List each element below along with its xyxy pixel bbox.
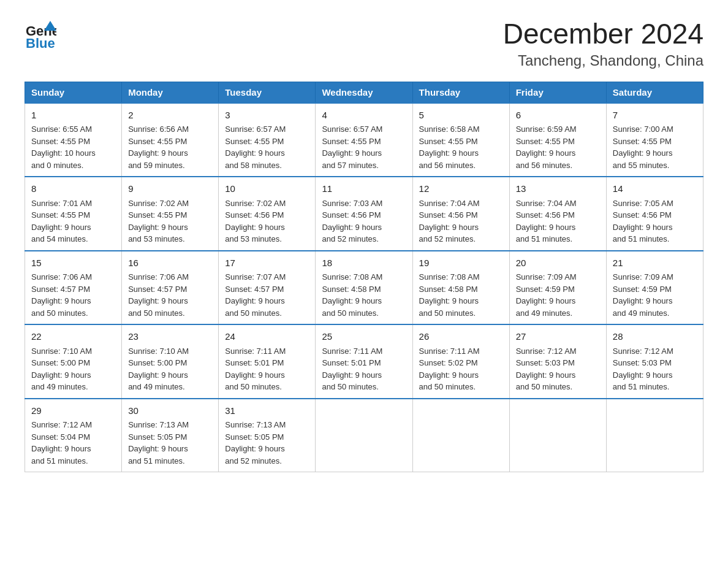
day-number: 3 xyxy=(225,109,309,123)
calendar-cell: 29Sunrise: 7:12 AMSunset: 5:04 PMDayligh… xyxy=(25,399,122,472)
calendar-cell: 12Sunrise: 7:04 AMSunset: 4:56 PMDayligh… xyxy=(412,177,509,251)
day-info: Sunrise: 7:12 AMSunset: 5:03 PMDaylight:… xyxy=(516,345,600,393)
calendar-cell: 18Sunrise: 7:08 AMSunset: 4:58 PMDayligh… xyxy=(316,251,412,325)
day-info: Sunrise: 7:12 AMSunset: 5:03 PMDaylight:… xyxy=(613,345,697,393)
day-info: Sunrise: 6:57 AMSunset: 4:55 PMDaylight:… xyxy=(322,123,406,171)
day-info: Sunrise: 7:03 AMSunset: 4:56 PMDaylight:… xyxy=(322,197,406,245)
day-number: 28 xyxy=(613,330,697,344)
calendar-cell: 14Sunrise: 7:05 AMSunset: 4:56 PMDayligh… xyxy=(606,177,703,251)
logo: General Blue xyxy=(25,18,56,50)
day-number: 22 xyxy=(31,330,115,344)
calendar-subtitle: Tancheng, Shandong, China xyxy=(503,52,703,69)
day-number: 4 xyxy=(322,109,406,123)
day-number: 15 xyxy=(31,256,115,270)
day-number: 5 xyxy=(419,109,503,123)
day-number: 13 xyxy=(516,182,600,196)
day-number: 16 xyxy=(128,256,212,270)
calendar-cell: 5Sunrise: 6:58 AMSunset: 4:55 PMDaylight… xyxy=(412,103,509,177)
day-number: 26 xyxy=(419,330,503,344)
day-number: 10 xyxy=(225,182,309,196)
calendar-week-4: 22Sunrise: 7:10 AMSunset: 5:00 PMDayligh… xyxy=(25,324,703,399)
day-number: 25 xyxy=(322,330,406,344)
day-info: Sunrise: 7:10 AMSunset: 5:00 PMDaylight:… xyxy=(31,345,115,393)
day-number: 21 xyxy=(613,256,697,270)
column-header-monday: Monday xyxy=(122,82,219,103)
day-info: Sunrise: 7:10 AMSunset: 5:00 PMDaylight:… xyxy=(128,345,212,393)
column-header-friday: Friday xyxy=(509,82,606,103)
day-info: Sunrise: 6:59 AMSunset: 4:55 PMDaylight:… xyxy=(516,123,600,171)
calendar-cell: 8Sunrise: 7:01 AMSunset: 4:55 PMDaylight… xyxy=(25,177,122,251)
calendar-cell: 23Sunrise: 7:10 AMSunset: 5:00 PMDayligh… xyxy=(122,324,219,399)
calendar-table: SundayMondayTuesdayWednesdayThursdayFrid… xyxy=(25,82,703,473)
day-info: Sunrise: 7:04 AMSunset: 4:56 PMDaylight:… xyxy=(516,197,600,245)
calendar-cell: 26Sunrise: 7:11 AMSunset: 5:02 PMDayligh… xyxy=(412,324,509,399)
day-number: 7 xyxy=(613,109,697,123)
day-info: Sunrise: 7:06 AMSunset: 4:57 PMDaylight:… xyxy=(128,271,212,319)
day-info: Sunrise: 7:02 AMSunset: 4:56 PMDaylight:… xyxy=(225,197,309,245)
day-info: Sunrise: 7:00 AMSunset: 4:55 PMDaylight:… xyxy=(613,123,697,171)
title-block: December 2024 Tancheng, Shandong, China xyxy=(503,18,703,69)
day-number: 29 xyxy=(31,404,115,418)
calendar-cell: 31Sunrise: 7:13 AMSunset: 5:05 PMDayligh… xyxy=(219,399,316,472)
day-info: Sunrise: 7:13 AMSunset: 5:05 PMDaylight:… xyxy=(225,419,309,467)
day-info: Sunrise: 7:05 AMSunset: 4:56 PMDaylight:… xyxy=(613,197,697,245)
day-info: Sunrise: 6:55 AMSunset: 4:55 PMDaylight:… xyxy=(31,123,115,171)
day-info: Sunrise: 7:13 AMSunset: 5:05 PMDaylight:… xyxy=(128,419,212,467)
calendar-cell xyxy=(316,399,412,472)
calendar-cell xyxy=(509,399,606,472)
calendar-week-5: 29Sunrise: 7:12 AMSunset: 5:04 PMDayligh… xyxy=(25,399,703,472)
day-info: Sunrise: 6:56 AMSunset: 4:55 PMDaylight:… xyxy=(128,123,212,171)
calendar-header-row: SundayMondayTuesdayWednesdayThursdayFrid… xyxy=(25,82,703,103)
calendar-cell: 11Sunrise: 7:03 AMSunset: 4:56 PMDayligh… xyxy=(316,177,412,251)
day-info: Sunrise: 7:08 AMSunset: 4:58 PMDaylight:… xyxy=(419,271,503,319)
calendar-cell: 17Sunrise: 7:07 AMSunset: 4:57 PMDayligh… xyxy=(219,251,316,325)
day-info: Sunrise: 6:58 AMSunset: 4:55 PMDaylight:… xyxy=(419,123,503,171)
day-number: 24 xyxy=(225,330,309,344)
calendar-cell: 1Sunrise: 6:55 AMSunset: 4:55 PMDaylight… xyxy=(25,103,122,177)
day-number: 31 xyxy=(225,404,309,418)
day-info: Sunrise: 7:12 AMSunset: 5:04 PMDaylight:… xyxy=(31,419,115,467)
calendar-title: December 2024 xyxy=(503,18,703,50)
day-number: 8 xyxy=(31,182,115,196)
logo-icon: General Blue xyxy=(25,18,56,50)
day-number: 27 xyxy=(516,330,600,344)
calendar-cell: 10Sunrise: 7:02 AMSunset: 4:56 PMDayligh… xyxy=(219,177,316,251)
column-header-wednesday: Wednesday xyxy=(316,82,412,103)
day-info: Sunrise: 7:01 AMSunset: 4:55 PMDaylight:… xyxy=(31,197,115,245)
column-header-saturday: Saturday xyxy=(606,82,703,103)
day-number: 14 xyxy=(613,182,697,196)
day-info: Sunrise: 7:11 AMSunset: 5:02 PMDaylight:… xyxy=(419,345,503,393)
column-header-thursday: Thursday xyxy=(412,82,509,103)
calendar-week-2: 8Sunrise: 7:01 AMSunset: 4:55 PMDaylight… xyxy=(25,177,703,251)
day-number: 17 xyxy=(225,256,309,270)
column-header-tuesday: Tuesday xyxy=(219,82,316,103)
day-number: 23 xyxy=(128,330,212,344)
day-info: Sunrise: 7:09 AMSunset: 4:59 PMDaylight:… xyxy=(516,271,600,319)
day-info: Sunrise: 7:11 AMSunset: 5:01 PMDaylight:… xyxy=(225,345,309,393)
calendar-cell: 25Sunrise: 7:11 AMSunset: 5:01 PMDayligh… xyxy=(316,324,412,399)
calendar-cell xyxy=(412,399,509,472)
calendar-cell: 13Sunrise: 7:04 AMSunset: 4:56 PMDayligh… xyxy=(509,177,606,251)
day-info: Sunrise: 7:09 AMSunset: 4:59 PMDaylight:… xyxy=(613,271,697,319)
calendar-cell: 15Sunrise: 7:06 AMSunset: 4:57 PMDayligh… xyxy=(25,251,122,325)
calendar-cell: 28Sunrise: 7:12 AMSunset: 5:03 PMDayligh… xyxy=(606,324,703,399)
calendar-week-1: 1Sunrise: 6:55 AMSunset: 4:55 PMDaylight… xyxy=(25,103,703,177)
day-number: 20 xyxy=(516,256,600,270)
calendar-cell: 6Sunrise: 6:59 AMSunset: 4:55 PMDaylight… xyxy=(509,103,606,177)
calendar-cell: 7Sunrise: 7:00 AMSunset: 4:55 PMDaylight… xyxy=(606,103,703,177)
day-number: 30 xyxy=(128,404,212,418)
day-info: Sunrise: 7:02 AMSunset: 4:55 PMDaylight:… xyxy=(128,197,212,245)
calendar-cell: 2Sunrise: 6:56 AMSunset: 4:55 PMDaylight… xyxy=(122,103,219,177)
page-header: General Blue December 2024 Tancheng, Sha… xyxy=(25,18,703,69)
calendar-cell: 24Sunrise: 7:11 AMSunset: 5:01 PMDayligh… xyxy=(219,324,316,399)
day-info: Sunrise: 7:08 AMSunset: 4:58 PMDaylight:… xyxy=(322,271,406,319)
calendar-cell: 4Sunrise: 6:57 AMSunset: 4:55 PMDaylight… xyxy=(316,103,412,177)
day-info: Sunrise: 6:57 AMSunset: 4:55 PMDaylight:… xyxy=(225,123,309,171)
calendar-cell xyxy=(606,399,703,472)
calendar-cell: 27Sunrise: 7:12 AMSunset: 5:03 PMDayligh… xyxy=(509,324,606,399)
calendar-cell: 3Sunrise: 6:57 AMSunset: 4:55 PMDaylight… xyxy=(219,103,316,177)
day-number: 2 xyxy=(128,109,212,123)
calendar-cell: 30Sunrise: 7:13 AMSunset: 5:05 PMDayligh… xyxy=(122,399,219,472)
calendar-cell: 22Sunrise: 7:10 AMSunset: 5:00 PMDayligh… xyxy=(25,324,122,399)
calendar-cell: 19Sunrise: 7:08 AMSunset: 4:58 PMDayligh… xyxy=(412,251,509,325)
